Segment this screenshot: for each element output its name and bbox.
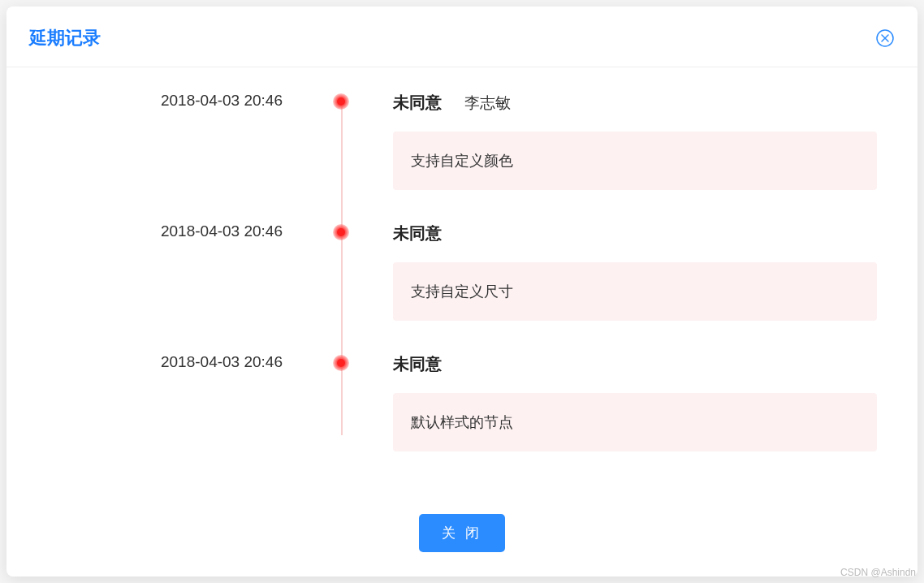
timeline-card: 支持自定义尺寸: [393, 262, 877, 321]
timeline-timestamp: 2018-04-03 20:46: [31, 92, 315, 110]
modal-footer: 关 闭: [6, 494, 918, 577]
timeline-status: 未同意: [393, 353, 442, 375]
timeline-scroll-area[interactable]: 2018-04-03 20:46 未同意 李志敏 支持自定义颜色 2018-04…: [31, 92, 893, 494]
timeline-content: 未同意 李志敏 支持自定义颜色: [348, 92, 877, 190]
modal-body: 2018-04-03 20:46 未同意 李志敏 支持自定义颜色 2018-04…: [6, 67, 918, 494]
timeline: 2018-04-03 20:46 未同意 李志敏 支持自定义颜色 2018-04…: [31, 92, 877, 484]
timeline-item: 2018-04-03 20:46 未同意 支持自定义尺寸: [348, 222, 877, 353]
timeline-title-row: 未同意 李志敏: [393, 92, 877, 114]
timeline-person: 李志敏: [464, 93, 511, 114]
timeline-status: 未同意: [393, 92, 442, 114]
close-button[interactable]: 关 闭: [419, 514, 506, 552]
timeline-dot-icon: [333, 224, 349, 240]
timeline-content: 未同意 默认样式的节点: [348, 353, 877, 451]
timeline-title-row: 未同意: [393, 222, 877, 244]
close-icon[interactable]: [875, 28, 895, 48]
timeline-timestamp: 2018-04-03 20:46: [31, 353, 315, 371]
timeline-card: 默认样式的节点: [393, 393, 877, 451]
modal-title: 延期记录: [29, 26, 101, 50]
timeline-timestamp: 2018-04-03 20:46: [31, 222, 315, 240]
timeline-content: 未同意 支持自定义尺寸: [348, 222, 877, 321]
timeline-title-row: 未同意: [393, 353, 877, 375]
watermark-text: CSDN @Ashindn: [840, 567, 916, 578]
timeline-dot-icon: [333, 355, 349, 371]
modal-dialog: 延期记录 2018-04-03 20:46 未同意 李志敏 支持: [6, 6, 918, 577]
timeline-status: 未同意: [393, 222, 442, 244]
timeline-card: 支持自定义颜色: [393, 132, 877, 190]
modal-header: 延期记录: [6, 6, 918, 67]
timeline-item: 2018-04-03 20:46 未同意 李志敏 支持自定义颜色: [348, 92, 877, 222]
timeline-dot-icon: [333, 93, 349, 110]
timeline-item: 2018-04-03 20:46 未同意 默认样式的节点: [348, 353, 877, 484]
